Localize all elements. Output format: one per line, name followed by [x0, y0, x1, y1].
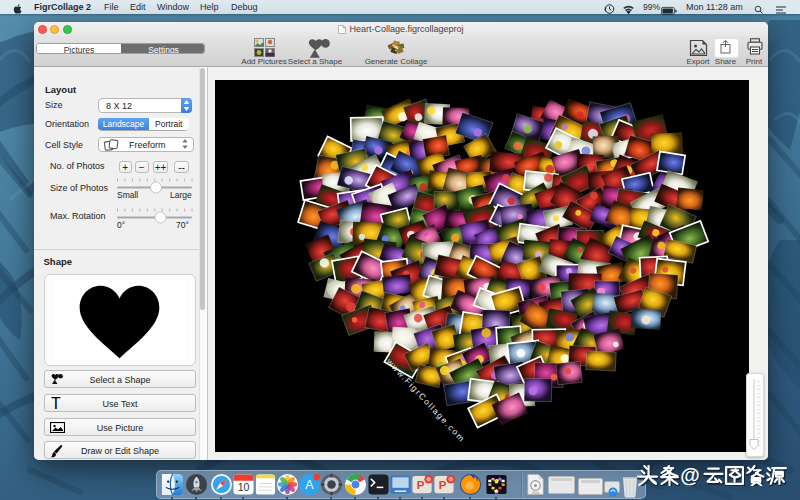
svg-text:P: P [438, 479, 446, 491]
svg-text:A: A [305, 478, 314, 492]
svg-text:Utility: Utility [531, 491, 539, 495]
svg-text:10: 10 [237, 481, 249, 493]
svg-text:@: @ [680, 464, 700, 486]
svg-text:P: P [416, 479, 424, 491]
